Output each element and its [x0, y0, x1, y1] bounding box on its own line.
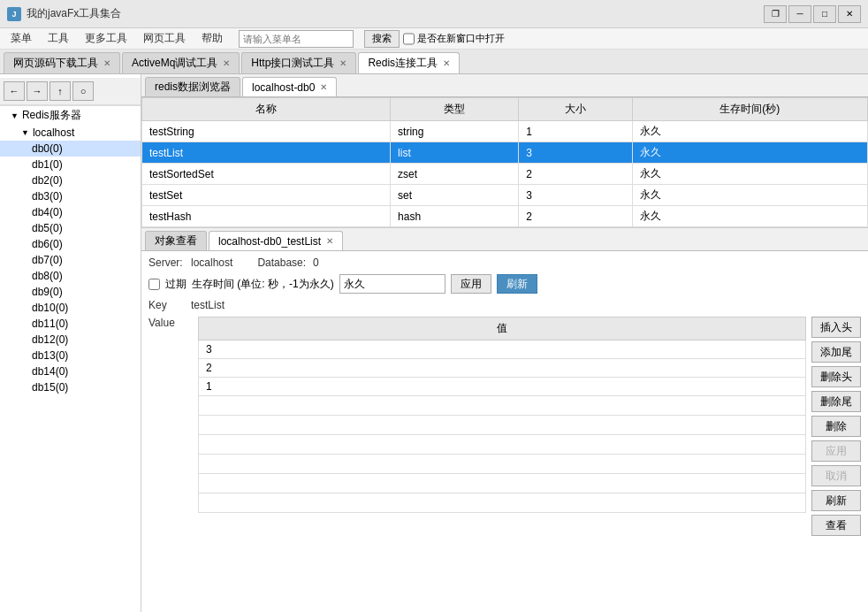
menu-item-tools[interactable]: 工具	[41, 29, 76, 48]
tree-db10[interactable]: db10(0)	[0, 300, 141, 316]
tree-root[interactable]: ▼ Redis服务器	[0, 106, 141, 125]
inner-tab-localhost-db0[interactable]: localhost-db0 ✕	[242, 77, 337, 96]
tree-db4[interactable]: db4(0)	[0, 204, 141, 220]
tree-db0[interactable]: db0(0)	[0, 141, 141, 157]
col-ttl: 生存时间(秒)	[632, 98, 867, 121]
maximize-button[interactable]: □	[813, 5, 836, 23]
menu-item-main[interactable]: 菜单	[4, 29, 39, 48]
value-row[interactable]: 1	[199, 378, 806, 396]
key-row: Key testList	[148, 299, 861, 311]
detail-tab-object-view[interactable]: 对象查看	[145, 231, 207, 250]
value-btn-5[interactable]: 应用	[811, 440, 861, 462]
value-row-empty	[199, 416, 806, 435]
tab-close-activemq[interactable]: ✕	[223, 58, 230, 68]
nav-forward-button[interactable]: →	[27, 81, 48, 101]
inner-tab-close-localhost-db0[interactable]: ✕	[320, 82, 327, 92]
value-btn-1[interactable]: 添加尾	[811, 341, 861, 363]
nav-back-button[interactable]: ←	[4, 81, 25, 101]
nav-up-button[interactable]: ↑	[49, 81, 71, 101]
detail-tab-close-testlist[interactable]: ✕	[326, 236, 333, 246]
menu-item-help[interactable]: 帮助	[194, 29, 230, 48]
table-row[interactable]: testListlist3永久	[142, 142, 868, 164]
detail-content: Server: localhost Database: 0 过期 生存时间 (单…	[141, 251, 868, 612]
close-button[interactable]: ✕	[838, 5, 861, 23]
value-btn-6[interactable]: 取消	[811, 465, 861, 486]
restore-button[interactable]: ❐	[764, 5, 787, 23]
expire-refresh-button[interactable]: 刷新	[497, 274, 537, 294]
detail-panel: 对象查看 localhost-db0_testList ✕ Server: lo…	[141, 228, 868, 612]
tab-activemq[interactable]: ActiveMq调试工具 ✕	[122, 52, 240, 73]
tree-db13[interactable]: db13(0)	[0, 348, 141, 363]
value-label: Value	[148, 317, 184, 329]
value-table-container: 值 321	[198, 317, 806, 536]
value-row-empty	[199, 435, 806, 455]
tab-close-redis[interactable]: ✕	[443, 58, 450, 68]
table-row[interactable]: testSetset3永久	[142, 185, 868, 206]
tree-db9[interactable]: db9(0)	[0, 284, 141, 300]
tree-db2[interactable]: db2(0)	[0, 172, 141, 188]
table-row[interactable]: testHashhash2永久	[142, 206, 868, 227]
ttl-input[interactable]	[339, 274, 445, 294]
value-col-header: 值	[199, 317, 806, 340]
value-table: 值 321	[198, 317, 806, 513]
value-btn-3[interactable]: 删除尾	[811, 391, 861, 412]
app-icon: J	[7, 7, 21, 21]
tree-db6[interactable]: db6(0)	[0, 236, 141, 252]
minimize-button[interactable]: ─	[788, 5, 811, 23]
value-area: 值 321 插入头添加尾删除头删除尾删除应用取消刷新查看	[198, 317, 861, 536]
title-bar: J 我的javaFx工具集合 ❐ ─ □ ✕	[0, 0, 868, 28]
col-size: 大小	[519, 98, 632, 121]
tab-close-web-downloader[interactable]: ✕	[103, 58, 110, 68]
expire-apply-button[interactable]: 应用	[451, 274, 491, 294]
key-label: Key	[148, 299, 184, 311]
new-window-checkbox[interactable]	[403, 30, 415, 48]
value-btn-7[interactable]: 刷新	[811, 490, 861, 511]
menu-item-web-tools[interactable]: 网页工具	[136, 29, 193, 48]
tree-db14[interactable]: db14(0)	[0, 363, 141, 379]
tab-close-http-test[interactable]: ✕	[339, 58, 346, 68]
tab-http-test[interactable]: Http接口测试工具 ✕	[241, 52, 356, 73]
nav-refresh-button[interactable]: ○	[72, 81, 94, 101]
tab-redis[interactable]: Redis连接工具 ✕	[358, 52, 460, 73]
table-row[interactable]: testStringstring1永久	[142, 121, 868, 142]
tree-db12[interactable]: db12(0)	[0, 332, 141, 348]
tree-db1[interactable]: db1(0)	[0, 157, 141, 172]
table-row[interactable]: testSortedSetzset2永久	[142, 164, 868, 185]
value-row[interactable]: 3	[199, 340, 806, 359]
detail-tab-testlist[interactable]: localhost-db0_testList ✕	[209, 231, 343, 250]
tree-db11[interactable]: db11(0)	[0, 316, 141, 332]
data-table: 名称 类型 大小 生存时间(秒) testStringstring1永久test…	[141, 97, 868, 227]
app-title: 我的javaFx工具集合	[27, 6, 764, 21]
tree-arrow-host: ▼	[21, 128, 29, 137]
value-buttons: 插入头添加尾删除头删除尾删除应用取消刷新查看	[806, 317, 861, 536]
menu-search-area: 搜索 是否在新窗口中打开	[239, 30, 505, 48]
tab-web-downloader[interactable]: 网页源码下载工具 ✕	[4, 52, 120, 73]
value-btn-4[interactable]: 删除	[811, 416, 861, 437]
sidebar: ← → ↑ ○ ▼ Redis服务器 ▼ localhost db0(0) db…	[0, 74, 141, 612]
inner-tab-browser[interactable]: redis数据浏览器	[145, 77, 240, 96]
server-value: localhost	[191, 256, 232, 269]
expire-checkbox[interactable]	[148, 279, 160, 290]
search-button[interactable]: 搜索	[364, 30, 400, 48]
search-input[interactable]	[239, 30, 354, 48]
tree-db5[interactable]: db5(0)	[0, 220, 141, 236]
value-btn-0[interactable]: 插入头	[811, 317, 861, 338]
menu-item-more-tools[interactable]: 更多工具	[78, 29, 134, 48]
tree-db8[interactable]: db8(0)	[0, 268, 141, 284]
value-row[interactable]: 2	[199, 359, 806, 378]
tree-db15[interactable]: db15(0)	[0, 379, 141, 395]
new-window-label[interactable]: 是否在新窗口中打开	[403, 30, 505, 48]
tree-host[interactable]: ▼ localhost	[0, 125, 141, 141]
col-type: 类型	[391, 98, 519, 121]
value-btn-2[interactable]: 删除头	[811, 366, 861, 387]
detail-inner-tabs: 对象查看 localhost-db0_testList ✕	[141, 228, 868, 251]
value-btn-8[interactable]: 查看	[811, 515, 861, 536]
tree-arrow-root: ▼	[11, 111, 19, 120]
data-table-container: 名称 类型 大小 生存时间(秒) testStringstring1永久test…	[141, 97, 868, 228]
server-info-row: Server: localhost Database: 0	[148, 256, 861, 269]
nav-buttons-container: ← → ↑ ○	[0, 78, 141, 106]
value-row-empty	[199, 396, 806, 416]
tree-db3[interactable]: db3(0)	[0, 188, 141, 204]
tree-db7[interactable]: db7(0)	[0, 252, 141, 268]
value-row-empty	[199, 493, 806, 513]
